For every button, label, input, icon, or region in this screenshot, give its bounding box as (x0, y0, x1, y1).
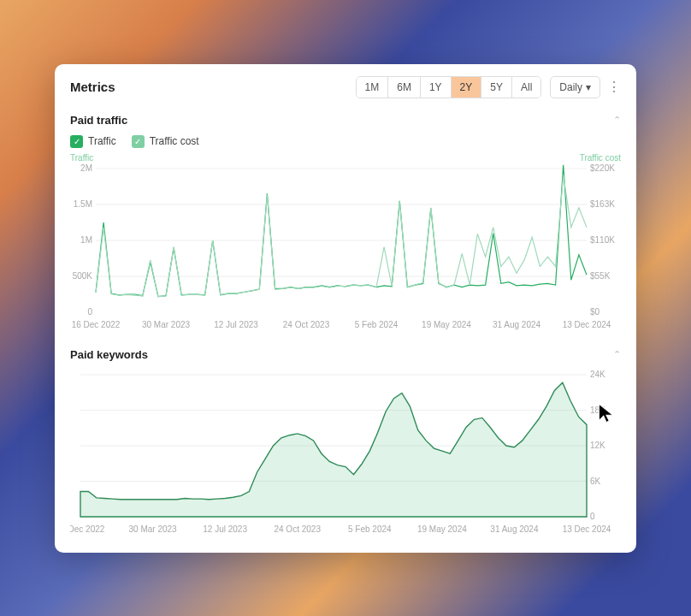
svg-text:30 Mar 2023: 30 Mar 2023 (128, 524, 177, 534)
checkbox-icon: ✓ (132, 135, 145, 148)
range-5y[interactable]: 5Y (481, 77, 512, 98)
panel-title: Metrics (70, 80, 115, 94)
svg-text:13 Dec 2024: 13 Dec 2024 (563, 524, 611, 534)
axis-right-name: Traffic cost (580, 153, 621, 163)
svg-text:19 May 2024: 19 May 2024 (417, 524, 467, 534)
svg-text:24K: 24K (590, 370, 605, 379)
collapse-icon[interactable]: ⌃ (613, 115, 621, 126)
svg-text:0: 0 (590, 512, 595, 521)
svg-text:31 Aug 2024: 31 Aug 2024 (490, 524, 539, 534)
range-1m[interactable]: 1M (357, 77, 389, 98)
section-title: Paid traffic (70, 114, 127, 127)
svg-text:5 Feb 2024: 5 Feb 2024 (348, 524, 392, 534)
svg-text:12 Jul 2023: 12 Jul 2023 (203, 524, 247, 534)
axis-left-name: Traffic (70, 153, 93, 163)
chart-paid-traffic: Traffic Traffic cost 0$0500K$55K1M$110K1… (70, 153, 621, 333)
legend-label: Traffic cost (150, 135, 199, 147)
checkbox-icon: ✓ (70, 135, 83, 148)
svg-text:16 Dec 2022: 16 Dec 2022 (72, 320, 121, 329)
svg-text:$110K: $110K (590, 235, 615, 245)
legend-label: Traffic (88, 135, 116, 147)
svg-text:2M: 2M (80, 163, 92, 173)
svg-text:24 Oct 2023: 24 Oct 2023 (283, 320, 330, 329)
frequency-label: Daily (559, 81, 582, 93)
svg-text:12K: 12K (590, 441, 605, 450)
chart-paid-keywords: 06K12K18K24K16 Dec 202230 Mar 202312 Jul… (70, 366, 621, 537)
svg-text:13 Dec 2024: 13 Dec 2024 (563, 320, 611, 329)
more-menu-icon[interactable]: ⋮ (607, 79, 621, 95)
legend: ✓ Traffic ✓ Traffic cost (70, 135, 621, 148)
svg-text:$163K: $163K (590, 199, 615, 209)
svg-text:31 Aug 2024: 31 Aug 2024 (493, 320, 541, 329)
svg-text:18K: 18K (590, 405, 605, 414)
svg-text:24 Oct 2023: 24 Oct 2023 (274, 524, 321, 534)
svg-text:12 Jul 2023: 12 Jul 2023 (214, 320, 258, 329)
range-1y[interactable]: 1Y (421, 77, 452, 98)
svg-text:16 Dec 2022: 16 Dec 2022 (70, 524, 105, 534)
frequency-select[interactable]: Daily ▾ (550, 76, 600, 98)
svg-text:500K: 500K (73, 271, 93, 281)
toolbar: Metrics 1M 6M 1Y 2Y 5Y All Daily ▾ ⋮ (70, 76, 621, 98)
range-6m[interactable]: 6M (388, 77, 421, 98)
time-range-group: 1M 6M 1Y 2Y 5Y All (356, 76, 542, 98)
metrics-panel: Metrics 1M 6M 1Y 2Y 5Y All Daily ▾ ⋮ Pai… (55, 64, 636, 553)
chevron-down-icon: ▾ (586, 81, 591, 93)
svg-text:5 Feb 2024: 5 Feb 2024 (355, 320, 399, 329)
section-paid-keywords: Paid keywords ⌃ 06K12K18K24K16 Dec 20223… (70, 348, 621, 537)
svg-text:30 Mar 2023: 30 Mar 2023 (142, 320, 191, 329)
svg-text:0: 0 (87, 307, 92, 317)
svg-text:6K: 6K (590, 476, 601, 485)
legend-traffic[interactable]: ✓ Traffic (70, 135, 116, 148)
svg-text:$220K: $220K (590, 163, 615, 173)
range-2y[interactable]: 2Y (452, 77, 482, 98)
svg-text:1M: 1M (80, 235, 92, 245)
svg-text:$55K: $55K (590, 271, 611, 281)
range-all[interactable]: All (512, 77, 540, 98)
svg-text:19 May 2024: 19 May 2024 (422, 320, 471, 329)
section-paid-traffic: Paid traffic ⌃ ✓ Traffic ✓ Traffic cost … (70, 114, 621, 333)
svg-text:$0: $0 (590, 307, 600, 317)
section-title: Paid keywords (70, 348, 148, 361)
collapse-icon[interactable]: ⌃ (613, 349, 621, 360)
legend-traffic-cost[interactable]: ✓ Traffic cost (132, 135, 199, 148)
svg-text:1.5M: 1.5M (74, 199, 92, 209)
